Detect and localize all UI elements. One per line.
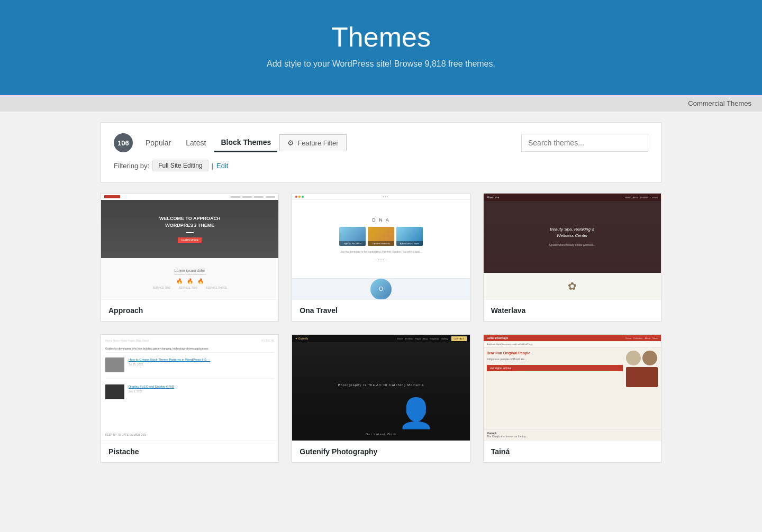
approach-cta: LEARN MORE: [178, 237, 202, 243]
filter-top: 106 Popular Latest Block Themes ⚙ Featur…: [114, 133, 648, 152]
pistache-thumb-1: [105, 357, 124, 372]
theme-card-taina[interactable]: Cultural Heritage Home Collection About …: [483, 334, 661, 463]
pistache-meta-1: Jul 20, 2022: [129, 363, 274, 366]
theme-card-ona-travel[interactable]: • • • D N A Sign Up For Travel The Best …: [292, 193, 470, 322]
gutenify-nav-templates: Templates: [430, 337, 439, 340]
waterlava-nav-2: About: [632, 196, 638, 199]
commercial-bar: Commercial Themes: [0, 95, 762, 112]
theme-card-approach[interactable]: WELCOME TO APPROACHWORDPRESS THEME LEARN…: [101, 193, 279, 322]
taina-nav-4: News: [652, 337, 658, 340]
pistache-link-1: How to Create Block Theme Patterns in Wo…: [129, 357, 274, 362]
theme-card-waterlava[interactable]: WaterLava Home About Services Contact Be…: [483, 193, 661, 322]
taina-logo: Cultural Heritage: [487, 336, 508, 340]
gutenify-logo: ✦ Gutenify: [295, 337, 308, 340]
theme-name-gutenify: Gutenify Photography: [292, 441, 469, 462]
pistache-thumb-2: [105, 384, 124, 399]
theme-screenshot-pistache: Home News Posts Pages Blog About PISTACH…: [101, 335, 278, 441]
theme-count-badge: 106: [114, 133, 133, 152]
ona-url: • • •: [383, 195, 388, 198]
theme-name-waterlava: Waterlava: [484, 299, 661, 321]
page-subtitle: Add style to your WordPress site! Browse…: [11, 59, 751, 69]
approach-icon-1: 🔥: [176, 278, 183, 284]
approach-icon-2: 🔥: [187, 278, 193, 284]
taina-nav-2: Collection: [633, 337, 643, 340]
gutenify-nav-home: Home: [397, 337, 403, 340]
gutenify-cta: CONTACT: [451, 336, 467, 341]
gutenify-nav-pages: Pages: [415, 337, 421, 340]
pistache-nav-left: Home News Posts Pages Blog About: [105, 339, 149, 342]
approach-lorem: Lorem ipsum dolor: [175, 269, 205, 272]
gutenify-nav-blog: Blog: [423, 337, 428, 340]
tab-latest[interactable]: Latest: [179, 134, 212, 151]
theme-screenshot-taina: Cultural Heritage Home Collection About …: [484, 335, 661, 441]
theme-screenshot-approach: WELCOME TO APPROACHWORDPRESS THEME LEARN…: [101, 194, 278, 299]
taina-nav-1: Home: [625, 337, 631, 340]
search-input[interactable]: [521, 134, 648, 152]
commercial-themes-link[interactable]: Commercial Themes: [688, 99, 751, 107]
ona-card-3-label: Adventures & Travel: [396, 241, 423, 246]
feature-filter-label: Feature Filter: [297, 139, 338, 147]
taina-featured-img: [626, 367, 658, 387]
pistache-link-2: Display FLEX and Display GRID: [129, 384, 274, 389]
taina-banner: A cultural digital repository made with …: [484, 341, 661, 347]
theme-name-taina: Tainá: [484, 441, 661, 462]
taina-nav-3: About: [645, 337, 650, 340]
waterlava-logo: WaterLava: [487, 196, 500, 199]
taina-section-body: The Karajá also known as the Iny...: [487, 435, 658, 438]
page-header: Themes Add style to your WordPress site!…: [0, 0, 762, 95]
gear-icon: ⚙: [287, 139, 294, 147]
pistache-meta-2: Jan 5, 2022: [129, 390, 274, 393]
theme-name-ona-travel: Ona Travel: [292, 299, 469, 321]
theme-name-approach: Approach: [101, 299, 278, 321]
filter-tabs: 106 Popular Latest Block Themes ⚙ Featur…: [114, 133, 347, 152]
waterlava-hero-text: Beauty Spa, Relaxing &Wellness Center: [550, 226, 595, 239]
theme-name-pistache: Pistache: [101, 441, 278, 462]
approach-icon-3: 🔥: [197, 278, 204, 284]
approach-hero-text: WELCOME TO APPROACHWORDPRESS THEME: [159, 215, 221, 228]
filter-tag: Full Site Editing: [152, 160, 208, 171]
theme-card-pistache[interactable]: Home News Posts Pages Blog About PISTACH…: [101, 334, 279, 463]
waterlava-emblem: ✿: [568, 280, 577, 292]
edit-filter-link[interactable]: Edit: [216, 162, 228, 170]
ona-card-2-label: The Best Moments: [368, 241, 394, 246]
approach-logo-bar: [104, 195, 120, 198]
theme-screenshot-waterlava: WaterLava Home About Services Contact Be…: [484, 194, 661, 299]
page-title: Themes: [11, 21, 751, 53]
ona-pagination: ← • • • • →: [375, 258, 387, 261]
pistache-header-desc: Guides for developers who love building …: [105, 347, 274, 353]
gutenify-nav-gallery: Gallery: [441, 337, 448, 340]
waterlava-nav-1: Home: [625, 196, 631, 199]
filter-panel: 106 Popular Latest Block Themes ⚙ Featur…: [101, 122, 661, 182]
ona-body-text: Use this template to be captivating. Pai…: [340, 250, 422, 254]
theme-screenshot-gutenify: ✦ Gutenify Home Portfolio Pages Blog Tem…: [292, 335, 469, 441]
ona-brand: D N A: [372, 217, 390, 223]
gutenify-nav-portfolio: Portfolio: [405, 337, 413, 340]
feature-filter-button[interactable]: ⚙ Feature Filter: [279, 134, 346, 151]
ona-logo-circle: O: [370, 279, 392, 300]
pistache-footer: KEEP UP TO DATE ON WEB DEV: [105, 433, 274, 436]
taina-person-2: [642, 351, 657, 365]
taina-heading: Brazilian Original People: [487, 351, 623, 355]
taina-cta-btn: visit digital archive: [487, 365, 623, 371]
waterlava-nav-4: Contact: [650, 196, 658, 199]
filter-separator: |: [212, 162, 213, 170]
taina-body: Indigenous peoples of Brazil are...: [487, 357, 623, 361]
tab-popular[interactable]: Popular: [139, 134, 177, 151]
waterlava-nav-3: Services: [640, 196, 648, 199]
filtering-by-label: Filtering by:: [114, 162, 149, 170]
theme-screenshot-ona: • • • D N A Sign Up For Travel The Best …: [292, 194, 469, 299]
theme-card-gutenify[interactable]: ✦ Gutenify Home Portfolio Pages Blog Tem…: [292, 334, 470, 463]
pistache-meta-right: PISTACHE: [261, 339, 275, 342]
themes-grid: WELCOME TO APPROACHWORDPRESS THEME LEARN…: [101, 193, 661, 473]
waterlava-sub-text: A place where beauty meets wellness...: [549, 243, 596, 247]
gutenify-subtitle: Photography Is The Art Of Catching Momen…: [338, 383, 424, 387]
gutenify-latest-work: Our Latest Work: [366, 433, 397, 436]
filtering-row: Filtering by: Full Site Editing | Edit: [114, 160, 648, 171]
taina-person-1: [626, 351, 641, 365]
tab-block-themes[interactable]: Block Themes: [214, 134, 277, 152]
ona-card-1-label: Sign Up For Travel: [339, 241, 366, 246]
